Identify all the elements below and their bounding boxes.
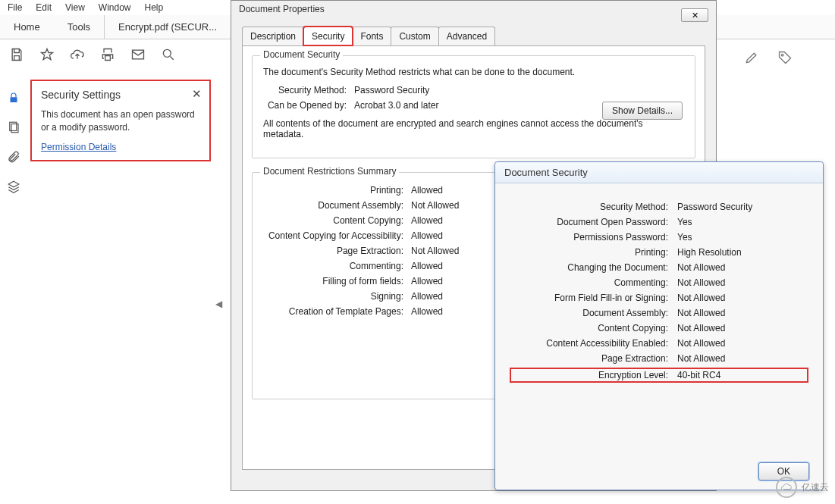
opened-by-label: Can be Opened by: <box>263 100 354 111</box>
security-row-label: Page Extraction: <box>510 353 677 364</box>
security-row-label: Encryption Level: <box>510 370 677 380</box>
tab-document[interactable]: Encrypt.pdf (SECUR... <box>104 15 231 39</box>
security-row-value: Yes <box>677 232 692 243</box>
restriction-label: Printing: <box>263 185 411 196</box>
security-row-value: Not Allowed <box>677 277 725 288</box>
restriction-label: Signing: <box>263 291 411 302</box>
dialog-tabs: Description Security Fonts Custom Advanc… <box>242 27 705 45</box>
restriction-label: Filling of form fields: <box>263 276 411 286</box>
svg-point-1 <box>163 49 171 57</box>
zoom-icon[interactable] <box>161 47 176 62</box>
panel-body-text: This document has an open password or a … <box>41 108 200 134</box>
tab-fonts[interactable]: Fonts <box>352 27 391 45</box>
restriction-value: Not Allowed <box>411 246 459 256</box>
watermark-icon <box>776 477 797 498</box>
attachment-icon[interactable] <box>7 150 20 166</box>
fieldset-legend: Document Security <box>260 49 343 60</box>
edit-icon[interactable] <box>744 50 759 65</box>
fieldset-legend: Document Restrictions Summary <box>260 166 399 177</box>
tab-description[interactable]: Description <box>242 27 304 45</box>
security-description: The document's Security Method restricts… <box>263 67 684 77</box>
dialog-title: Document Properties <box>231 1 716 17</box>
layers-icon[interactable] <box>7 180 20 196</box>
restriction-label: Commenting: <box>263 261 411 271</box>
security-row: Changing the Document:Not Allowed <box>510 262 808 273</box>
security-row-value: High Resolution <box>677 247 742 258</box>
dialog-close-button[interactable]: ✕ <box>681 8 708 22</box>
security-row-value: Not Allowed <box>677 293 725 303</box>
tag-icon[interactable] <box>777 50 793 65</box>
cloud-upload-icon[interactable] <box>70 47 85 62</box>
security-row-value: Not Allowed <box>677 262 725 273</box>
watermark-text: 亿速云 <box>802 481 829 494</box>
security-row-label: Content Copying: <box>510 323 677 333</box>
left-rail <box>0 76 27 196</box>
menu-view[interactable]: View <box>65 2 85 13</box>
tab-security[interactable]: Security <box>303 27 353 45</box>
security-row-label: Permissions Password: <box>510 232 677 243</box>
svg-rect-0 <box>133 50 144 59</box>
security-row-value: 40-bit RC4 <box>677 370 720 380</box>
restriction-value: Allowed <box>411 291 443 302</box>
opened-by-value: Acrobat 3.0 and later <box>354 100 438 111</box>
pages-icon[interactable] <box>7 121 20 136</box>
svg-point-2 <box>781 54 783 56</box>
restriction-label: Content Copying for Accessibility: <box>263 230 411 241</box>
restriction-value: Not Allowed <box>411 200 459 211</box>
security-row: Content Copying:Not Allowed <box>510 323 808 333</box>
svg-rect-3 <box>11 97 17 102</box>
restriction-value: Allowed <box>411 215 443 226</box>
security-row-value: Not Allowed <box>677 308 725 318</box>
lock-icon[interactable] <box>7 91 20 107</box>
security-row-label: Document Assembly: <box>510 308 677 318</box>
encryption-description: All contents of the document are encrypt… <box>263 118 684 139</box>
collapse-handle-icon[interactable]: ◀ <box>215 297 222 311</box>
security-row: Document Assembly:Not Allowed <box>510 308 808 318</box>
security-row-value: Not Allowed <box>677 353 725 364</box>
menu-edit[interactable]: Edit <box>36 2 52 13</box>
security-row: Commenting:Not Allowed <box>510 277 808 288</box>
security-row-value: Yes <box>677 217 692 227</box>
restriction-value: Allowed <box>411 306 443 317</box>
menu-file[interactable]: File <box>8 2 22 13</box>
tab-home[interactable]: Home <box>0 15 54 39</box>
security-row-label: Printing: <box>510 247 677 258</box>
security-row-value: Not Allowed <box>677 338 725 349</box>
restriction-label: Document Assembly: <box>263 200 411 211</box>
security-row-label: Document Open Password: <box>510 217 677 227</box>
restriction-value: Allowed <box>411 185 443 196</box>
extra-tools <box>744 50 793 65</box>
star-icon[interactable] <box>39 47 55 62</box>
restriction-value: Allowed <box>411 276 443 286</box>
security-row: Printing:High Resolution <box>510 247 808 258</box>
panel-title: Security Settings <box>41 89 200 101</box>
security-row: Permissions Password:Yes <box>510 232 808 243</box>
restriction-label: Creation of Template Pages: <box>263 306 411 317</box>
security-method-value: Password Security <box>354 85 429 95</box>
document-security-fieldset: Document Security The document's Securit… <box>252 55 695 158</box>
tab-advanced[interactable]: Advanced <box>438 27 495 45</box>
security-row-value: Not Allowed <box>677 323 725 333</box>
security-row-label: Commenting: <box>510 277 677 288</box>
save-icon[interactable] <box>9 47 24 62</box>
mail-icon[interactable] <box>130 47 146 62</box>
permission-details-link[interactable]: Permission Details <box>41 142 116 152</box>
print-icon[interactable] <box>100 47 115 62</box>
show-details-button[interactable]: Show Details... <box>602 102 683 120</box>
watermark: 亿速云 <box>776 477 829 498</box>
menu-window[interactable]: Window <box>99 2 131 13</box>
tab-tools[interactable]: Tools <box>54 15 104 39</box>
tab-custom[interactable]: Custom <box>391 27 438 45</box>
security-row: Encryption Level:40-bit RC4 <box>510 368 808 382</box>
security-row-label: Form Field Fill-in or Signing: <box>510 293 677 303</box>
restriction-label: Page Extraction: <box>263 246 411 256</box>
dialog-title: Document Security <box>495 162 823 183</box>
restriction-value: Allowed <box>411 261 443 271</box>
security-row: Form Field Fill-in or Signing:Not Allowe… <box>510 293 808 303</box>
security-row: Content Accessibility Enabled:Not Allowe… <box>510 338 808 349</box>
security-row-label: Changing the Document: <box>510 262 677 273</box>
close-icon[interactable]: ✕ <box>192 87 202 101</box>
menu-help[interactable]: Help <box>145 2 164 13</box>
security-row-label: Security Method: <box>510 202 677 212</box>
document-security-dialog: Document Security Security Method:Passwo… <box>494 161 824 490</box>
